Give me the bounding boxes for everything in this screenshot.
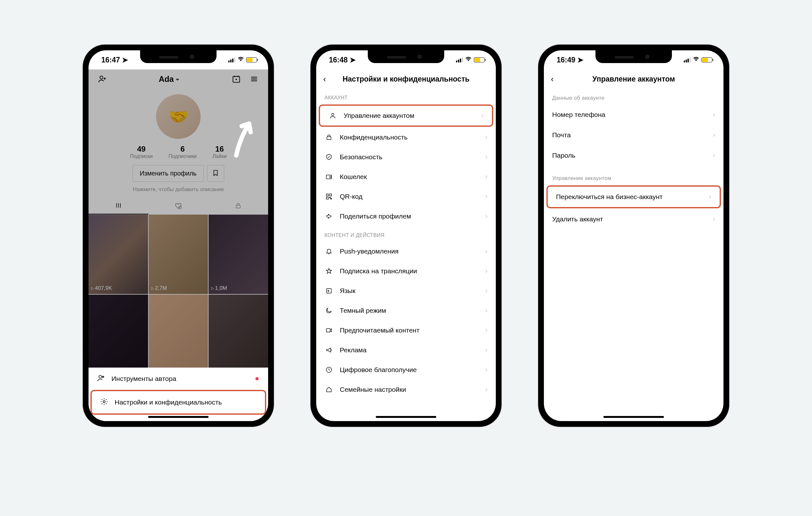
video-grid: 407,9K 2,7M 1,0M [89,215,268,374]
status-time: 16:49 [557,56,575,64]
row-wallet[interactable]: Кошелек› [316,167,496,187]
video-thumb[interactable] [209,295,268,374]
chevron-right-icon: › [485,212,488,221]
section-header-manage: Управление аккаунтом [544,166,723,185]
profile-username[interactable]: Ada [158,75,180,84]
phone-mockup-1: 16:47➤ Ada 🤝 49Подписки 6Подписчики 16Ла… [83,45,274,427]
chevron-right-icon: › [709,193,712,201]
home-icon [324,386,334,393]
row-password[interactable]: Пароль› [544,145,723,166]
bio-text[interactable]: Нажмите, чтобы добавить описание [89,186,268,193]
tab-liked[interactable] [148,197,208,214]
phone-mockup-3: 16:49➤ ‹ Управление аккаунтом Данные об … [538,45,729,427]
lock-icon [324,134,334,141]
row-qr[interactable]: QR-код› [316,187,496,206]
row-security[interactable]: Безопасность› [316,147,496,167]
row-content-pref[interactable]: Предпочитаемый контент› [316,320,496,340]
row-ads[interactable]: Реклама› [316,340,496,360]
home-indicator [376,416,436,418]
svg-point-0 [100,76,103,79]
svg-rect-15 [331,198,332,199]
row-switch-business[interactable]: Переключиться на бизнес-аккаунт› [548,187,720,207]
profile-tabs [89,197,268,215]
chevron-right-icon: › [485,267,488,275]
row-push[interactable]: Push-уведомления› [316,241,496,261]
back-button[interactable]: ‹ [323,74,326,84]
chevron-right-icon: › [485,192,488,201]
notch [368,50,444,63]
video-thumb[interactable] [149,295,208,374]
insights-button[interactable] [230,73,242,85]
svg-rect-10 [330,176,332,178]
bottom-sheet: Инструменты автора Настройки и конфиденц… [89,368,268,421]
page-title: Настройки и конфиденциальность [343,75,470,83]
sheet-item-creator-tools[interactable]: Инструменты автора [89,368,268,390]
signal-icon [684,58,691,62]
row-wellbeing[interactable]: Цифровое благополучие› [316,360,496,380]
page-title: Управление аккаунтом [592,75,675,83]
svg-rect-16 [327,289,331,293]
row-manage-account[interactable]: Управление аккаунтом› [320,106,492,125]
star-icon [324,267,334,275]
stat-likes[interactable]: 16Лайки [212,145,226,159]
row-delete-account[interactable]: Удалить аккаунт› [544,209,723,229]
tab-posts[interactable] [89,197,148,214]
sheet-item-settings[interactable]: Настройки и конфиденциальность [90,390,266,415]
bell-icon [324,248,334,255]
profile-stats: 49Подписки 6Подписчики 16Лайки [89,145,268,159]
svg-point-3 [179,206,181,209]
qr-icon [324,193,334,200]
moon-icon [324,307,334,314]
megaphone-icon [324,347,334,353]
video-thumb[interactable]: 2,7M [149,215,208,294]
avatar[interactable]: 🤝 [156,94,201,139]
chevron-right-icon: › [485,346,488,354]
stat-following[interactable]: 49Подписки [130,145,152,159]
profile-header: Ada [89,69,268,89]
row-privacy[interactable]: Конфиденциальность› [316,127,496,147]
back-button[interactable]: ‹ [551,74,554,84]
chevron-right-icon: › [485,247,488,255]
add-friend-button[interactable] [96,73,109,85]
notch [596,50,672,63]
clock-icon [324,366,334,373]
notch [140,50,216,63]
video-thumb[interactable]: 1,0M [209,215,268,294]
chevron-right-icon: › [485,307,488,315]
wifi-icon [237,57,244,63]
video-thumb[interactable] [89,295,148,374]
row-family[interactable]: Семейные настройки› [316,380,496,399]
video-thumb[interactable]: 407,9K [89,215,148,294]
tab-private[interactable] [208,197,268,214]
svg-rect-4 [236,205,240,208]
chevron-right-icon: › [482,112,484,120]
edit-profile-button[interactable]: Изменить профиль [133,165,204,182]
svg-rect-8 [327,137,331,140]
row-dark[interactable]: Темный режим› [316,301,496,320]
status-time: 16:48 [329,56,348,64]
bookmark-button[interactable] [207,165,224,182]
section-header-content: КОНТЕНТ И ДЕЙСТВИЯ [316,226,496,241]
chevron-right-icon: › [485,153,488,161]
svg-rect-11 [326,194,328,196]
chevron-right-icon: › [713,131,715,139]
section-header-account-info: Данные об аккаунте [544,89,723,105]
phone-mockup-2: 16:48➤ ‹ Настройки и конфиденциальность … [311,45,501,427]
chevron-right-icon: › [485,287,488,295]
row-language[interactable]: Язык› [316,281,496,301]
wifi-icon [693,57,700,63]
nav-header: ‹ Управление аккаунтом [544,69,723,89]
video-icon [324,327,334,334]
person-icon [328,112,337,119]
stat-followers[interactable]: 6Подписчики [169,145,197,159]
row-share[interactable]: Поделиться профилем› [316,206,496,226]
row-email[interactable]: Почта› [544,125,723,145]
share-icon [324,213,334,220]
row-live-sub[interactable]: Подписка на трансляции› [316,261,496,281]
wallet-icon [324,173,334,180]
row-phone[interactable]: Номер телефона› [544,105,723,125]
svg-rect-14 [329,197,330,198]
chevron-right-icon: › [713,111,715,119]
svg-point-7 [331,113,334,116]
menu-button[interactable] [248,73,260,85]
